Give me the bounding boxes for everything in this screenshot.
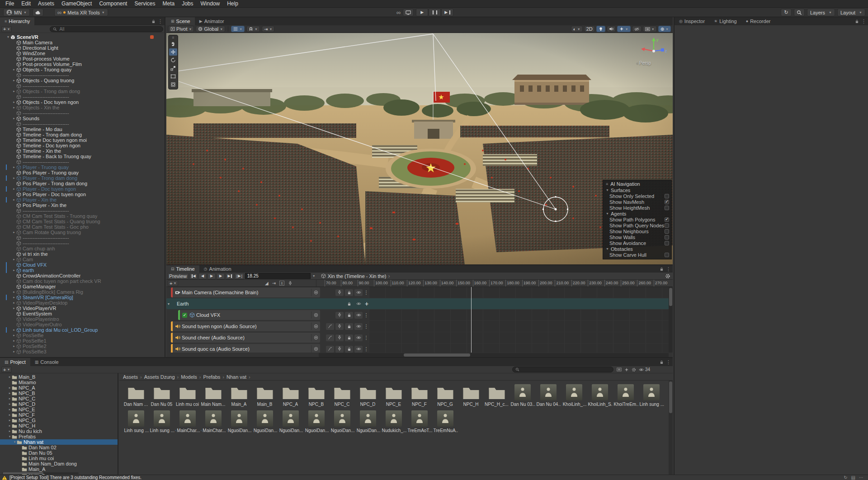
track-options-icon[interactable]: ⋮ bbox=[363, 346, 369, 352]
pin-button[interactable] bbox=[335, 323, 344, 330]
save-search-icon[interactable] bbox=[632, 367, 636, 372]
mute-eye-button[interactable] bbox=[354, 346, 363, 353]
project-tree-item[interactable]: ▸ NPC_C bbox=[0, 396, 118, 401]
overlay-toggle-row[interactable]: Show Path Polygons ✓ bbox=[603, 216, 671, 222]
breadcrumb-segment[interactable]: Assets Dzung bbox=[144, 374, 180, 380]
menu-item[interactable]: File bbox=[2, 0, 18, 7]
dock-tab[interactable]: ● Recorder bbox=[741, 17, 775, 25]
hierarchy-item[interactable]: ---------------------------- bbox=[0, 240, 165, 246]
lock-icon[interactable] bbox=[855, 19, 859, 24]
lock-icon[interactable] bbox=[660, 267, 664, 271]
asset-item[interactable]: KhoiTreEm... bbox=[613, 383, 638, 407]
hierarchy-item[interactable]: Cam chup anh bbox=[0, 246, 165, 251]
asset-item[interactable]: Linh sung ... bbox=[638, 383, 664, 407]
asset-item[interactable]: NguoiDan... bbox=[355, 409, 381, 433]
hierarchy-item[interactable]: ▸ Cam Rotate Quang truong bbox=[0, 230, 165, 235]
track-clip-lane[interactable] bbox=[369, 321, 669, 332]
project-search-input[interactable] bbox=[521, 367, 610, 372]
hierarchy-item[interactable]: ▸ Player - Doc tuyen ngon bbox=[0, 186, 165, 192]
increment-snap-toggle[interactable]: ▼ bbox=[246, 26, 260, 32]
breadcrumb-segment[interactable]: Nhan vat bbox=[226, 374, 252, 380]
project-tree-item[interactable]: Linh mu coi bbox=[0, 456, 118, 461]
object-picker-icon[interactable] bbox=[311, 289, 320, 296]
meta-xr-tools-button[interactable]: ∞ Meta XR Tools▼ bbox=[54, 9, 108, 16]
cloud-services-button[interactable] bbox=[33, 9, 43, 16]
snap-settings-button[interactable]: ⇥▼ bbox=[262, 26, 274, 32]
checkbox[interactable]: ✓ bbox=[665, 235, 669, 240]
hierarchy-item[interactable]: ---------------------------- bbox=[0, 121, 165, 127]
activity-icon[interactable]: ↻ bbox=[844, 475, 847, 480]
hierarchy-item[interactable]: Cloud VFX bbox=[0, 262, 165, 268]
hierarchy-item[interactable]: ▸ Objects - Doc tuyen ngon bbox=[0, 99, 165, 105]
expand-arrow-icon[interactable]: ▸ bbox=[12, 327, 16, 333]
asset-item[interactable]: MainChar... bbox=[200, 409, 226, 433]
track-header[interactable]: ✓ Sound tuyen ngon (Audio Source) bbox=[171, 321, 320, 331]
scene-viewport[interactable]: y z ≡ bbox=[166, 33, 673, 264]
track-header[interactable]: ✓ Sound cheer (Audio Source) bbox=[171, 333, 320, 343]
mix-mode-icon[interactable]: ◢ bbox=[265, 281, 269, 286]
timeline-tab[interactable]: ⊟ Timeline bbox=[166, 265, 199, 273]
layers-dropdown[interactable]: Layers▼ bbox=[807, 9, 835, 16]
project-tree-item[interactable]: ▸ NPC_B bbox=[0, 391, 118, 396]
expand-arrow-icon[interactable]: ▸ bbox=[8, 396, 12, 401]
mute-eye-button[interactable] bbox=[354, 323, 363, 330]
project-tree-item[interactable]: ▾ Prefabs bbox=[0, 434, 118, 439]
lighting-toggle[interactable] bbox=[596, 26, 605, 32]
hierarchy-item[interactable]: CM Cam Test Stats - Truong quay bbox=[0, 213, 165, 219]
expand-arrow-icon[interactable]: ▸ bbox=[12, 105, 16, 110]
project-tree-item[interactable]: Mixamo bbox=[0, 380, 118, 385]
expand-arrow-icon[interactable]: ▸ bbox=[12, 67, 16, 72]
hierarchy-item[interactable]: Timeline - Mo dau bbox=[0, 127, 165, 132]
hierarchy-item[interactable]: ▸ Objects - Xin the bbox=[0, 105, 165, 110]
panel-options-icon[interactable]: ⋮ bbox=[666, 266, 671, 272]
pin-button[interactable] bbox=[335, 334, 344, 341]
hierarchy-item[interactable]: ▸ Objects - Quang truong bbox=[0, 78, 165, 83]
checkbox[interactable]: ✓ bbox=[665, 217, 669, 222]
expand-arrow-icon[interactable]: ▸ bbox=[12, 165, 16, 170]
track-clip-lane[interactable] bbox=[369, 287, 669, 298]
expand-arrow-icon[interactable]: ▸ bbox=[12, 349, 16, 354]
account-button[interactable]: MN▼ bbox=[3, 9, 30, 16]
add-track-button[interactable]: +▼ bbox=[168, 280, 178, 286]
expand-arrow-icon[interactable]: ▾ bbox=[13, 439, 17, 445]
track-clip-lane[interactable] bbox=[369, 332, 669, 343]
hierarchy-item[interactable]: Post-process Volume_Film bbox=[0, 61, 165, 67]
hierarchy-item[interactable]: CrowdAnimationController bbox=[0, 273, 165, 278]
timeline-ruler[interactable]: 70.0080.0090.00100.00110.00120.00130.001… bbox=[316, 280, 668, 287]
hierarchy-item[interactable]: ---------------------------- bbox=[0, 208, 165, 213]
time-options-icon[interactable]: ▼ bbox=[312, 274, 316, 278]
panel-options-icon[interactable]: ⋮ bbox=[158, 19, 163, 24]
pin-button[interactable] bbox=[335, 312, 344, 319]
mute-eye-button[interactable] bbox=[354, 312, 363, 319]
overlay-toggle-row[interactable]: Show Path Query Nodes ✓ bbox=[603, 222, 671, 228]
overlay-section-header[interactable]: ▼ Obstacles bbox=[603, 246, 671, 252]
device-view-button[interactable] bbox=[403, 9, 414, 16]
asset-item[interactable]: NguoiDan... bbox=[303, 409, 329, 433]
asset-item[interactable]: Dan Nam ... bbox=[123, 383, 149, 407]
expand-arrow-icon[interactable]: ▸ bbox=[12, 344, 16, 349]
asset-item[interactable]: KhoiLinh_S... bbox=[587, 383, 613, 407]
menu-item[interactable]: Edit bbox=[18, 0, 34, 7]
expand-arrow-icon[interactable]: ▸ bbox=[8, 391, 12, 396]
hierarchy-item[interactable]: ▸ PosSelfie3 bbox=[0, 349, 165, 354]
hierarchy-item[interactable]: ▸ Sounds bbox=[0, 116, 165, 121]
asset-item[interactable]: NguoiDan... bbox=[278, 409, 303, 433]
camera-settings-dropdown[interactable]: ▼ bbox=[643, 26, 657, 32]
curves-button[interactable] bbox=[326, 346, 334, 353]
overlay-toggle-row[interactable]: Show Only Selected ✓ bbox=[603, 193, 671, 199]
asset-item[interactable]: NPC_D bbox=[355, 383, 381, 407]
tab-hierarchy[interactable]: ≡ Hierarchy bbox=[0, 17, 34, 25]
checkbox[interactable]: ✓ bbox=[665, 206, 669, 210]
checkbox[interactable]: ✓ bbox=[665, 200, 669, 204]
transform-tool-button[interactable] bbox=[169, 81, 177, 88]
hierarchy-item[interactable]: ---------------------------- bbox=[0, 235, 165, 240]
menu-item[interactable]: Component bbox=[95, 0, 131, 7]
overlay-toggle-row[interactable]: Show Walls ✓ bbox=[603, 234, 671, 240]
lock-button[interactable] bbox=[345, 334, 353, 341]
asset-item[interactable]: Main_A bbox=[226, 383, 252, 407]
timeline-vertical-scrollbar[interactable] bbox=[669, 287, 673, 353]
lock-button[interactable] bbox=[345, 312, 353, 319]
search-by-label-icon[interactable] bbox=[624, 367, 629, 372]
project-search[interactable] bbox=[512, 367, 613, 372]
project-tree-item[interactable]: ▸ Nu du kich bbox=[0, 428, 118, 434]
